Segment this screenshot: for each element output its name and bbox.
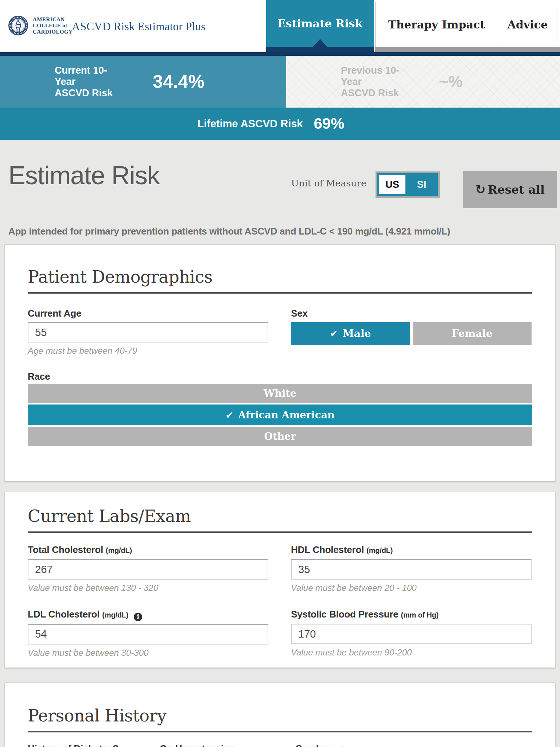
on-hypertension-label: On Hypertension bbox=[160, 743, 296, 747]
lifetime-risk-label: Lifetime ASCVD Risk bbox=[197, 118, 303, 130]
race-label: Race bbox=[28, 371, 532, 382]
systolic-bp-label-text: Systolic Blood Pressure bbox=[291, 609, 398, 620]
check-icon: ✔ bbox=[225, 410, 233, 421]
systolic-bp-unit: (mm of Hg) bbox=[401, 611, 439, 619]
page-head: Estimate Risk Unit of Measure US SI ↻ Re… bbox=[0, 140, 560, 216]
race-option-african-american[interactable]: ✔ African American bbox=[28, 405, 532, 425]
unit-of-measure-label: Unit of Measure bbox=[284, 178, 366, 189]
tab-therapy-impact-label: Therapy Impact bbox=[388, 18, 485, 31]
current-labs-title: Current Labs/Exam bbox=[28, 504, 532, 528]
previous-risk-label-line3: ASCVD Risk bbox=[341, 88, 427, 99]
total-cholesterol-label: Total Cholesterol (mg/dL) bbox=[28, 544, 268, 556]
current-risk-value: 34.4% bbox=[153, 71, 205, 92]
ldl-cholesterol-label: LDL Cholesterol (mg/dL) i bbox=[28, 608, 268, 621]
smoker-label: Smoker: i bbox=[296, 743, 532, 747]
tab-therapy-impact[interactable]: Therapy Impact bbox=[375, 2, 498, 47]
previous-risk-label: Previous 10- Year ASCVD Risk bbox=[341, 65, 427, 99]
section-rule bbox=[28, 292, 532, 294]
reset-all-button[interactable]: ↻ Reset all bbox=[463, 171, 557, 208]
unit-toggle[interactable]: US SI bbox=[376, 171, 440, 198]
systolic-bp-label: Systolic Blood Pressure (mm of Hg) bbox=[291, 608, 532, 621]
ldl-cholesterol-unit: (mg/dL) bbox=[102, 611, 128, 619]
unit-toggle-si[interactable]: SI bbox=[405, 173, 438, 196]
hdl-cholesterol-label: HDL Cholesterol (mg/dL) bbox=[291, 544, 532, 556]
acc-logo-text: AMERICAN COLLEGE of CARDIOLOGY bbox=[33, 16, 73, 35]
current-risk-label-line3: ASCVD Risk bbox=[55, 88, 140, 99]
race-option-white[interactable]: White bbox=[28, 384, 532, 403]
personal-history-card: Personal History History of Diabetes? On… bbox=[4, 682, 556, 747]
previous-risk-label-line1: Previous 10- bbox=[341, 65, 427, 76]
current-age-input[interactable] bbox=[28, 322, 268, 342]
race-option-other-label: Other bbox=[264, 431, 296, 442]
current-risk-label-line1: Current 10- bbox=[55, 65, 140, 76]
previous-risk-value: ~% bbox=[439, 73, 463, 91]
hdl-cholesterol-unit: (mg/dL) bbox=[366, 546, 393, 554]
sex-field: Sex ✔ Male Female bbox=[291, 307, 532, 356]
app-title: ASCVD Risk Estimator Plus bbox=[72, 20, 206, 33]
unit-toggle-us[interactable]: US bbox=[379, 175, 405, 194]
sex-option-male[interactable]: ✔ Male bbox=[291, 322, 410, 345]
app-intended-note: App intended for primary prevention pati… bbox=[8, 226, 552, 237]
current-risk-panel: Current 10- Year ASCVD Risk 34.4% bbox=[0, 56, 286, 108]
sex-option-male-label: Male bbox=[343, 328, 371, 340]
current-age-field: Current Age Age must be between 40-79 bbox=[28, 307, 268, 356]
hdl-cholesterol-field: HDL Cholesterol (mg/dL) Value must be be… bbox=[291, 544, 532, 593]
current-labs-card: Current Labs/Exam Total Cholesterol (mg/… bbox=[4, 492, 556, 668]
sex-option-female-label: Female bbox=[452, 328, 493, 340]
active-tab-pointer-icon bbox=[313, 39, 327, 47]
app-header: AMERICAN COLLEGE of CARDIOLOGY ASCVD Ris… bbox=[0, 0, 560, 52]
patient-demographics-title: Patient Demographics bbox=[28, 265, 532, 289]
ldl-cholesterol-field: LDL Cholesterol (mg/dL) i Value must be … bbox=[28, 608, 268, 658]
hdl-cholesterol-input[interactable] bbox=[291, 559, 532, 580]
refresh-icon: ↻ bbox=[475, 182, 486, 197]
inactive-tab-underline bbox=[375, 47, 560, 52]
hdl-cholesterol-helper: Value must be between 20 - 100 bbox=[291, 583, 532, 593]
risk-summary-bar: Current 10- Year ASCVD Risk 34.4% Previo… bbox=[0, 56, 560, 108]
current-risk-label: Current 10- Year ASCVD Risk bbox=[55, 65, 140, 99]
current-age-helper: Age must be between 40-79 bbox=[28, 346, 268, 356]
tab-advice[interactable]: Advice bbox=[499, 2, 556, 47]
reset-all-label: Reset all bbox=[488, 183, 545, 197]
total-cholesterol-label-text: Total Cholesterol bbox=[28, 544, 103, 555]
race-option-african-american-label: African American bbox=[238, 409, 334, 421]
acc-seal-icon bbox=[8, 15, 28, 36]
section-rule bbox=[28, 731, 532, 732]
info-icon[interactable]: i bbox=[134, 613, 142, 621]
history-of-diabetes-label: History of Diabetes? bbox=[28, 743, 160, 747]
lifetime-risk-value: 69% bbox=[314, 115, 344, 132]
sex-option-female[interactable]: Female bbox=[413, 322, 532, 345]
total-cholesterol-helper: Value must be between 130 - 320 bbox=[28, 583, 268, 593]
tab-advice-label: Advice bbox=[508, 18, 548, 31]
page-title: Estimate Risk bbox=[8, 161, 160, 190]
previous-risk-label-line2: Year bbox=[341, 76, 427, 88]
sex-label: Sex bbox=[291, 307, 532, 319]
tab-estimate-risk-label: Estimate Risk bbox=[277, 17, 363, 30]
acc-logo: AMERICAN COLLEGE of CARDIOLOGY bbox=[8, 15, 73, 36]
patient-demographics-card: Patient Demographics Current Age Age mus… bbox=[4, 244, 556, 481]
current-age-label: Current Age bbox=[28, 307, 268, 319]
total-cholesterol-input[interactable] bbox=[28, 559, 268, 580]
current-risk-label-line2: Year bbox=[55, 76, 140, 88]
check-icon: ✔ bbox=[330, 328, 338, 339]
systolic-bp-helper: Value must be between 90-200 bbox=[291, 647, 532, 658]
systolic-bp-input[interactable] bbox=[291, 624, 532, 644]
ldl-cholesterol-input[interactable] bbox=[28, 624, 268, 645]
ldl-cholesterol-label-text: LDL Cholesterol bbox=[28, 609, 100, 620]
total-cholesterol-unit: (mg/dL) bbox=[106, 546, 132, 554]
active-tab-underline bbox=[266, 47, 374, 52]
header-divider-bar bbox=[0, 52, 560, 56]
smoker-label-text: Smoker: bbox=[296, 743, 333, 747]
hdl-cholesterol-label-text: HDL Cholesterol bbox=[291, 544, 364, 555]
section-rule bbox=[28, 531, 532, 533]
systolic-bp-field: Systolic Blood Pressure (mm of Hg) Value… bbox=[291, 608, 532, 658]
personal-history-title: Personal History bbox=[28, 704, 532, 727]
race-option-other[interactable]: Other bbox=[28, 427, 532, 446]
total-cholesterol-field: Total Cholesterol (mg/dL) Value must be … bbox=[28, 544, 268, 593]
race-option-white-label: White bbox=[264, 388, 296, 399]
previous-risk-panel: Previous 10- Year ASCVD Risk ~% bbox=[286, 56, 560, 108]
lifetime-risk-bar: Lifetime ASCVD Risk 69% bbox=[0, 108, 560, 140]
ldl-cholesterol-helper: Value must be between 30-300 bbox=[28, 648, 268, 658]
